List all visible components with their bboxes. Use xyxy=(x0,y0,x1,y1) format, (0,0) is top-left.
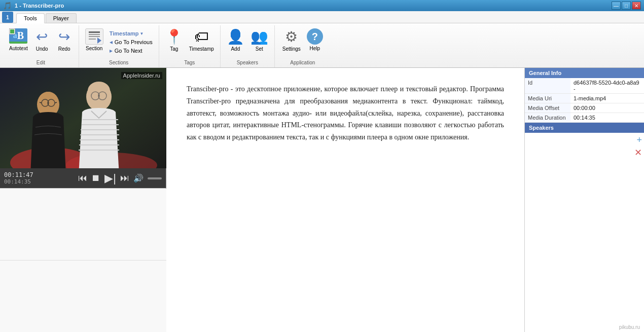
section-nav-group: Timestamp ▼ ◂ Go To Previous ▸ Go To Nex… xyxy=(108,27,155,55)
info-val-media-duration: 00:14:35 xyxy=(570,113,644,123)
title-bar: 🎵 1 - Transcriber-pro — □ ✕ xyxy=(0,0,644,11)
info-val-media-uri: 1-media.mp4 xyxy=(570,94,644,103)
add-button[interactable]: 👤 Add xyxy=(225,27,246,53)
undo-label: Undo xyxy=(36,46,48,52)
help-button[interactable]: ? Help xyxy=(305,27,325,52)
section-button[interactable]: Section xyxy=(83,27,105,52)
add-speaker-button[interactable]: + xyxy=(636,135,642,145)
section-label: Section xyxy=(86,46,102,51)
ribbon-group-speakers: 👤 Add 👥 Set Speakers xyxy=(221,25,275,67)
info-row-id: Id d64637f8-5520-4dc0-a8a9- xyxy=(525,78,644,94)
playback-controls: ⏮ ⏹ ▶| ⏭ 🔊 xyxy=(78,172,162,185)
editor-area[interactable]: Transciber-pro - это десктопное приложен… xyxy=(166,68,525,332)
ribbon-toolbar: aB Autotext ↩ Undo ↪ Redo Edit xyxy=(0,23,644,68)
add-label: Add xyxy=(231,46,240,52)
settings-button[interactable]: ⚙ Settings xyxy=(280,27,303,53)
help-label: Help xyxy=(310,46,320,51)
goto-previous-label: Go To Previous xyxy=(115,39,153,45)
tags-group-label: Tags xyxy=(184,60,195,65)
speakers-content: + ✕ xyxy=(525,133,644,332)
svg-line-12 xyxy=(40,102,42,103)
goto-next-icon: ▸ xyxy=(110,47,113,54)
window-controls: — □ ✕ xyxy=(612,2,641,10)
autotext-label: Autotext xyxy=(9,46,28,51)
goto-prev-icon: ◂ xyxy=(110,39,113,46)
app-title: 1 - Transcriber-pro xyxy=(15,3,64,9)
maximize-button[interactable]: □ xyxy=(622,2,631,10)
info-key-media-uri: Media Uri xyxy=(525,94,570,103)
video-area: AppleInsider.ru xyxy=(0,68,166,168)
svg-rect-3 xyxy=(89,39,96,40)
svg-rect-2 xyxy=(89,36,100,37)
redo-button[interactable]: ↪ Redo xyxy=(54,27,75,53)
info-row-media-uri: Media Uri 1-media.mp4 xyxy=(525,94,644,103)
svg-marker-4 xyxy=(97,38,101,44)
right-panel: General Info Id d64637f8-5520-4dc0-a8a9-… xyxy=(525,68,644,332)
speakers-header: Speakers xyxy=(525,123,644,133)
settings-label: Settings xyxy=(282,46,301,52)
skip-back-button[interactable]: ⏮ xyxy=(78,173,87,183)
tag-button[interactable]: 📍 Tag xyxy=(163,27,185,53)
info-key-media-duration: Media Duration xyxy=(525,113,570,123)
tag-label: Tag xyxy=(170,46,178,52)
general-info-table: Id d64637f8-5520-4dc0-a8a9- Media Uri 1-… xyxy=(525,78,644,123)
tab-bar: 1 Tools Player xyxy=(0,11,644,23)
edit-group-label: Edit xyxy=(37,60,45,65)
video-silhouette xyxy=(0,68,166,168)
sections-group-label: Sections xyxy=(109,60,128,65)
set-button[interactable]: 👥 Set xyxy=(248,27,270,53)
minimize-button[interactable]: — xyxy=(612,2,621,10)
svg-line-13 xyxy=(55,102,57,103)
goto-next-label: Go To Next xyxy=(115,48,142,54)
waveform-display xyxy=(0,189,166,332)
goto-previous-button[interactable]: ◂ Go To Previous xyxy=(108,38,155,46)
site-watermark: pikubu.ru xyxy=(619,324,640,330)
video-placeholder: AppleInsider.ru xyxy=(0,68,166,168)
stop-button[interactable]: ⏹ xyxy=(91,173,100,183)
watermark-overlay: AppleInsider.ru xyxy=(121,72,162,79)
current-time-display: 00:11:47 xyxy=(4,171,33,178)
editor-content[interactable]: Transciber-pro - это десктопное приложен… xyxy=(187,83,504,143)
timestamp-dropdown-label: Timestamp xyxy=(110,30,139,36)
undo-button[interactable]: ↩ Undo xyxy=(32,27,52,53)
ribbon-group-tags: 📍 Tag 🏷 Timestamp Tags xyxy=(159,25,221,67)
ribbon-group-edit: aB Autotext ↩ Undo ↪ Redo Edit xyxy=(3,25,79,67)
close-button[interactable]: ✕ xyxy=(632,2,641,10)
speakers-group-label: Speakers xyxy=(237,60,258,65)
timestamp-dropdown-arrow[interactable]: ▼ xyxy=(140,31,144,36)
svg-rect-1 xyxy=(89,34,100,35)
application-group-label: Application xyxy=(290,60,315,65)
skip-forward-button[interactable]: ⏭ xyxy=(120,173,129,183)
svg-rect-0 xyxy=(89,31,100,33)
ribbon-group-application: ⚙ Settings ? Help Application xyxy=(275,25,331,67)
left-panel: AppleInsider.ru xyxy=(0,68,166,332)
volume-slider[interactable] xyxy=(148,177,162,179)
general-info-header: General Info xyxy=(525,68,644,78)
set-label: Set xyxy=(256,46,263,52)
volume-icon[interactable]: 🔊 xyxy=(133,173,144,183)
app-logo: 1 xyxy=(2,12,13,23)
total-time-display: 00:14:35 xyxy=(4,178,33,185)
info-row-media-offset: Media Offset 00:00:00 xyxy=(525,103,644,113)
autotext-button[interactable]: aB Autotext xyxy=(7,27,30,52)
ribbon-group-sections: Section Timestamp ▼ ◂ Go To Previous ▸ G… xyxy=(79,25,159,67)
timeline-area xyxy=(0,188,166,332)
info-key-id: Id xyxy=(525,78,570,94)
info-row-media-duration: Media Duration 00:14:35 xyxy=(525,113,644,123)
tab-tools[interactable]: Tools xyxy=(16,13,45,23)
info-val-id: d64637f8-5520-4dc0-a8a9- xyxy=(570,78,644,94)
main-area: AppleInsider.ru xyxy=(0,68,644,332)
del-speaker-button[interactable]: ✕ xyxy=(634,147,642,158)
info-val-media-offset: 00:00:00 xyxy=(570,103,644,113)
controls-bar: 00:11:47 00:14:35 ⏮ ⏹ ▶| ⏭ 🔊 xyxy=(0,168,166,188)
timestamp-label: Timestamp xyxy=(189,46,214,52)
goto-next-button[interactable]: ▸ Go To Next xyxy=(108,47,145,55)
play-button[interactable]: ▶| xyxy=(104,172,116,185)
tab-player[interactable]: Player xyxy=(46,13,77,23)
timestamp-button[interactable]: 🏷 Timestamp xyxy=(187,27,216,53)
info-key-media-offset: Media Offset xyxy=(525,103,570,113)
redo-label: Redo xyxy=(58,46,70,52)
